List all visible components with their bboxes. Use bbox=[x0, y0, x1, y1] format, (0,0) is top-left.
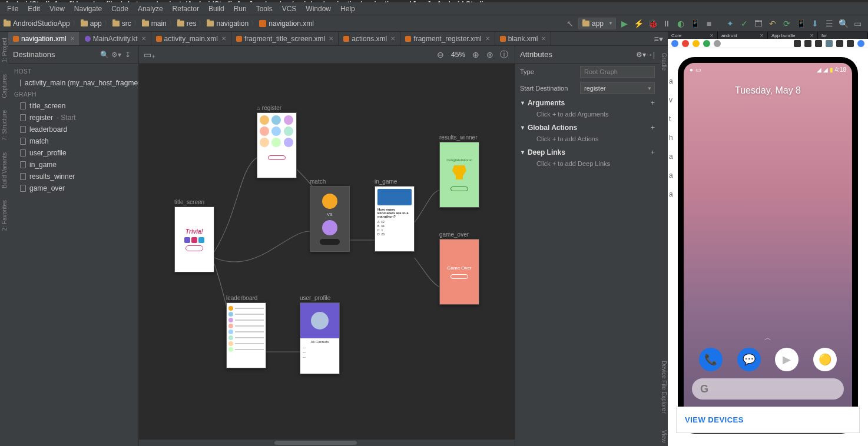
menu-navigate[interactable]: Navigate bbox=[69, 3, 107, 15]
close-icon[interactable]: ✕ bbox=[141, 35, 146, 42]
tab-gradle[interactable]: Gradle bbox=[661, 49, 667, 74]
warnings-button[interactable]: ⓘ bbox=[498, 49, 510, 61]
extension-icon[interactable] bbox=[671, 40, 678, 47]
menu-build[interactable]: Build bbox=[204, 3, 229, 15]
tab-captures[interactable]: Captures bbox=[1, 74, 8, 98]
avd-button[interactable]: 📱 bbox=[795, 18, 807, 29]
dest-user-profile[interactable]: user_profile bbox=[8, 147, 138, 159]
gear-icon[interactable]: ⚙▾ bbox=[636, 51, 646, 59]
search-button[interactable]: 🔍 bbox=[837, 18, 849, 29]
project-structure-button[interactable]: ☰ bbox=[823, 18, 835, 29]
profiler-button[interactable]: ⏸ bbox=[661, 18, 672, 29]
menu-code[interactable]: Code bbox=[107, 3, 133, 15]
tab-structure[interactable]: 7: Structure bbox=[1, 110, 8, 141]
menu-vcs[interactable]: VCS bbox=[277, 3, 302, 15]
vcs-commit-button[interactable]: ✓ bbox=[738, 18, 750, 29]
node-title-screen[interactable]: title_screen Trivia! bbox=[174, 199, 214, 272]
extension-icon[interactable] bbox=[794, 40, 801, 47]
toggle-view-button[interactable]: ▭ bbox=[852, 18, 863, 29]
deep-links-section[interactable]: ▼Deep Links+ bbox=[515, 146, 660, 159]
crumb-main[interactable]: main bbox=[142, 19, 167, 28]
tab-view[interactable]: View bbox=[661, 427, 667, 447]
search-icon[interactable]: 🔍 bbox=[98, 51, 110, 59]
close-icon[interactable]: ✕ bbox=[485, 35, 490, 42]
crumb-app[interactable]: app bbox=[81, 19, 102, 28]
vcs-history-button[interactable]: 🗔 bbox=[753, 18, 764, 29]
menu-run[interactable]: Run bbox=[229, 3, 251, 15]
node-game-over[interactable]: game_over Game Over bbox=[439, 231, 479, 305]
menu-tools[interactable]: Tools bbox=[251, 3, 277, 15]
sdk-button[interactable]: ⬇ bbox=[809, 18, 821, 29]
phone-app-icon[interactable]: 📞 bbox=[699, 348, 723, 371]
extension-icon[interactable] bbox=[847, 40, 854, 47]
menu-file[interactable]: File bbox=[2, 3, 23, 15]
dest-match[interactable]: match bbox=[8, 135, 138, 147]
crumb-src[interactable]: src bbox=[112, 19, 131, 28]
browser-tab[interactable]: android✕ bbox=[718, 32, 768, 39]
close-icon[interactable]: ✕ bbox=[221, 35, 226, 42]
node-leaderboard[interactable]: leaderboard bbox=[226, 295, 266, 368]
tab-actions-xml[interactable]: actions.xml✕ bbox=[339, 32, 400, 45]
dest-leaderboard[interactable]: leaderboard bbox=[8, 124, 138, 135]
add-argument-button[interactable]: + bbox=[651, 99, 655, 107]
close-icon[interactable]: ✕ bbox=[329, 35, 333, 42]
start-destination-select[interactable]: register bbox=[580, 82, 655, 94]
browser-tab[interactable]: for bbox=[818, 32, 868, 39]
zoom-out-button[interactable]: ⊖ bbox=[435, 49, 446, 61]
browser-tab[interactable]: App bundle✕ bbox=[768, 32, 818, 39]
play-store-icon[interactable]: ▶ bbox=[775, 348, 799, 371]
filter-icon[interactable]: ↧ bbox=[122, 51, 134, 59]
dest-results-winner[interactable]: results_winner bbox=[8, 171, 138, 182]
crumb-res[interactable]: res bbox=[177, 19, 197, 28]
extension-icon[interactable] bbox=[815, 40, 822, 47]
extension-icon[interactable] bbox=[682, 40, 689, 47]
dest-title-screen[interactable]: title_screen bbox=[8, 100, 138, 112]
run-button[interactable]: ▶ bbox=[618, 18, 630, 29]
crumb-file[interactable]: navigation.xml bbox=[259, 19, 314, 28]
crumb-project[interactable]: AndroidStudioApp bbox=[4, 19, 70, 28]
google-search-bar[interactable]: G bbox=[692, 378, 844, 400]
node-register[interactable]: ⌂ register bbox=[257, 105, 297, 178]
tab-navigation-xml[interactable]: navigation.xml✕ bbox=[8, 32, 80, 45]
nav-graph-canvas[interactable]: ▭₊ ⊖ 45% ⊕ ⊚ ⓘ bbox=[139, 46, 515, 446]
menu-analyze[interactable]: Analyze bbox=[133, 3, 168, 15]
global-actions-section[interactable]: ▼Global Actions+ bbox=[515, 121, 660, 134]
sync-button[interactable]: ⟳ bbox=[781, 18, 793, 29]
menu-help[interactable]: Help bbox=[336, 3, 360, 15]
dest-game-over[interactable]: game_over bbox=[8, 182, 138, 194]
vcs-update-button[interactable]: ✦ bbox=[724, 18, 736, 29]
tab-project[interactable]: 1: Project bbox=[1, 38, 8, 62]
tab-fragment-register-xml[interactable]: fragment_register.xml✕ bbox=[400, 32, 495, 45]
attach-button[interactable]: 📱 bbox=[689, 18, 701, 29]
node-match[interactable]: match VS bbox=[310, 178, 350, 252]
extension-icon[interactable] bbox=[693, 40, 700, 47]
menu-window[interactable]: Window bbox=[301, 3, 336, 15]
close-icon[interactable]: ✕ bbox=[70, 35, 75, 42]
extension-icon[interactable] bbox=[804, 40, 811, 47]
node-results-winner[interactable]: results_winner Congratulations! bbox=[439, 134, 479, 208]
extension-icon[interactable] bbox=[836, 40, 843, 47]
extension-icon[interactable] bbox=[703, 40, 710, 47]
host-item[interactable]: activity_main (my_nav_host_fragment) bbox=[8, 77, 138, 89]
tab-device-file-explorer[interactable]: Device File Explorer bbox=[661, 357, 667, 417]
extension-icon[interactable] bbox=[714, 40, 721, 47]
type-field[interactable]: Root Graph bbox=[580, 66, 655, 78]
menu-refactor[interactable]: Refactor bbox=[168, 3, 204, 15]
tab-build-variants[interactable]: Build Variants bbox=[1, 152, 8, 188]
avatar-icon[interactable] bbox=[857, 40, 864, 47]
extension-icon[interactable] bbox=[826, 40, 833, 47]
add-deeplink-button[interactable]: + bbox=[651, 148, 655, 157]
browser-tab[interactable]: Core✕ bbox=[668, 32, 718, 39]
close-icon[interactable]: ✕ bbox=[390, 35, 395, 42]
messages-app-icon[interactable]: 💬 bbox=[737, 348, 761, 371]
chrome-icon[interactable]: 🟡 bbox=[813, 348, 837, 371]
dest-in-game[interactable]: in_game bbox=[8, 159, 138, 171]
gear-icon[interactable]: ⚙▾ bbox=[110, 51, 122, 59]
back-button[interactable]: ↖ bbox=[564, 18, 576, 29]
dest-register[interactable]: register - Start bbox=[8, 112, 138, 124]
close-icon[interactable]: ✕ bbox=[541, 35, 546, 42]
menu-view[interactable]: View bbox=[45, 3, 69, 15]
dock-arrow-icon[interactable]: ︿ bbox=[692, 333, 844, 343]
arguments-section[interactable]: ▼Arguments+ bbox=[515, 96, 660, 109]
tab-fragment-title-screen-xml[interactable]: fragment_title_screen.xml✕ bbox=[231, 32, 339, 45]
